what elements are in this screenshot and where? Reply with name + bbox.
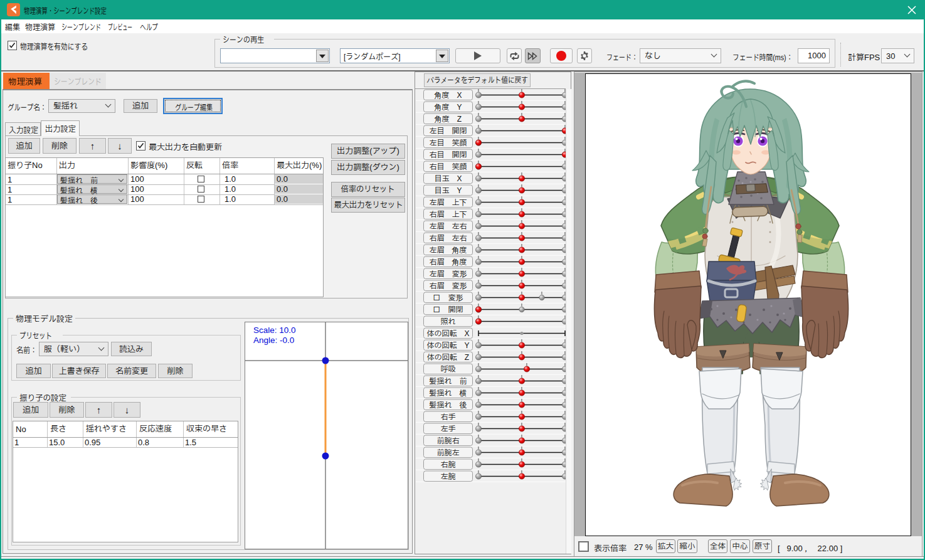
svg-text:左眉 変形: 左眉 変形 <box>429 270 467 278</box>
svg-text:左眉 上下: 左眉 上下 <box>429 198 467 207</box>
svg-text:角度 Y: 角度 Y <box>433 103 462 112</box>
svg-text:左目 開閉: 左目 開閉 <box>429 127 467 135</box>
svg-text:Scale: 10.0: Scale: 10.0 <box>253 325 296 335</box>
svg-text:右目 開閉: 右目 開閉 <box>429 151 467 159</box>
svg-text:左腕: 左腕 <box>440 472 455 481</box>
svg-text:右腕: 右腕 <box>440 460 455 469</box>
svg-text:右眉 左右: 右眉 左右 <box>429 234 467 243</box>
svg-text:右目 笑顔: 右目 笑顔 <box>429 162 467 171</box>
svg-text:角度 X: 角度 X <box>433 91 462 100</box>
svg-text:右眉 角度: 右眉 角度 <box>429 258 467 267</box>
svg-text:右眉 上下: 右眉 上下 <box>429 210 467 219</box>
svg-text:体の回転 Y: 体の回転 Y <box>426 341 469 350</box>
svg-text:照れ: 照れ <box>440 317 455 326</box>
svg-text:左目 笑顔: 左目 笑顔 <box>429 139 467 147</box>
svg-text:髪揺れ 後: 髪揺れ 後 <box>429 401 467 409</box>
svg-text:呼吸: 呼吸 <box>440 365 455 374</box>
svg-text:体の回転 X: 体の回転 X <box>426 329 469 338</box>
svg-text:口 開閉: 口 開閉 <box>433 305 463 314</box>
svg-text:左眉 左右: 左眉 左右 <box>429 222 467 231</box>
svg-text:前腕左: 前腕左 <box>436 448 459 457</box>
svg-text:左手: 左手 <box>440 425 455 433</box>
svg-text:左眉 角度: 左眉 角度 <box>429 246 467 255</box>
svg-text:髪揺れ 横: 髪揺れ 横 <box>429 389 467 398</box>
svg-text:目玉 X: 目玉 X <box>434 174 462 183</box>
svg-text:目玉 Y: 目玉 Y <box>434 186 462 195</box>
svg-text:Angle: -0.0: Angle: -0.0 <box>253 335 294 345</box>
svg-text:角度 Z: 角度 Z <box>434 115 462 124</box>
svg-text:体の回転 Z: 体の回転 Z <box>427 353 469 362</box>
svg-text:前腕右: 前腕右 <box>436 436 459 445</box>
svg-text:髪揺れ 前: 髪揺れ 前 <box>429 377 467 386</box>
svg-text:右眉 変形: 右眉 変形 <box>429 282 467 290</box>
svg-text:右手: 右手 <box>440 413 455 421</box>
svg-text:口 変形: 口 変形 <box>433 293 463 302</box>
